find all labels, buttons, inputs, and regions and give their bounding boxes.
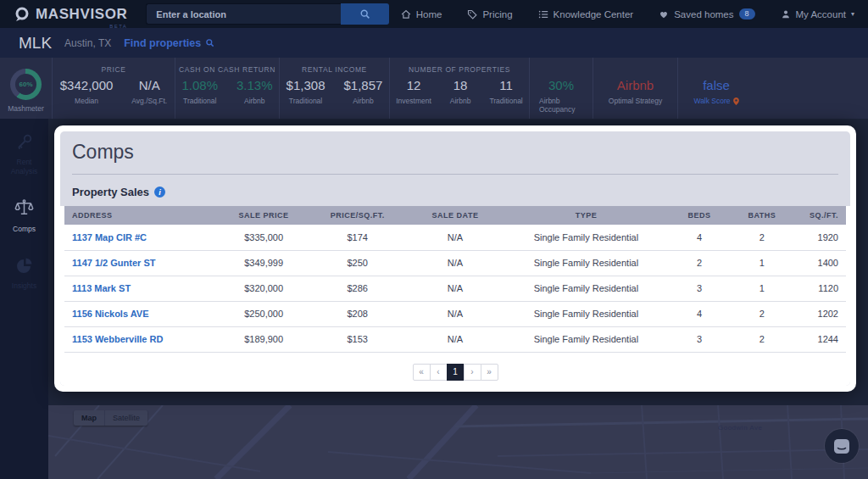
cell-price-sqft: $250 (307, 250, 409, 276)
map-canvas[interactable]: Goodwin Ave Map Satellite (48, 405, 868, 479)
search-button[interactable] (341, 3, 389, 25)
nav-label: Home (416, 9, 442, 19)
stat-label: Airbnb (450, 97, 471, 105)
cell-sale-date: N/A (409, 250, 503, 276)
stat-item: 18 Airbnb (441, 78, 481, 105)
cell-type: Single Family Residential (502, 276, 670, 301)
stat-value: 11 (499, 78, 513, 92)
stat-group-number-of-properties: NUMBER OF PROPERTIES 12 Investment 18 Ai… (390, 58, 530, 119)
sidebar-item-comps[interactable]: Comps (3, 198, 46, 234)
find-properties-label: Find properties (124, 37, 201, 49)
address-link[interactable]: 1137 Map CIR #C (72, 232, 147, 242)
stat-label: Traditional (289, 97, 322, 105)
nav-label: Pricing (482, 9, 512, 19)
stat-item: N/A Avg./Sq.Ft. (122, 78, 176, 105)
stat-label: Traditional (489, 97, 522, 105)
stat-item: 12 Investment (387, 78, 441, 105)
stat-label: Walk Score (693, 97, 738, 105)
stat-item: 11 Traditional (480, 78, 531, 105)
sidebar-item-insights[interactable]: Insights (3, 256, 46, 291)
key-icon (15, 132, 34, 151)
nav-item-knowledge-center[interactable]: Knowledge Center (538, 9, 634, 19)
pagination-first-button[interactable]: « (413, 364, 431, 381)
stat-value: Airbnb (617, 78, 654, 92)
sidebar-item-rent-analysis[interactable]: Rent Analysis (3, 132, 46, 176)
cell-price-sqft: $153 (307, 326, 409, 352)
stat-airbnb-occupancy: 30% Airbnb Occupancy (530, 58, 593, 119)
cell-sale-price: $189,900 (220, 326, 306, 352)
satellite-button[interactable]: Satellite (105, 410, 147, 426)
stat-item: $342,000 Median (51, 78, 123, 105)
address-link[interactable]: 1156 Nickols AVE (72, 309, 149, 319)
stat-group-title: PRICE (102, 65, 126, 75)
heart-icon (659, 9, 669, 19)
cell-baths: 2 (729, 225, 795, 250)
cell-beds: 4 (670, 225, 729, 250)
cell-type: Single Family Residential (502, 326, 670, 352)
mashmeter-value: 60% (15, 74, 36, 95)
stat-label: Optimal Strategy (609, 97, 662, 105)
section-title: Property Sales (72, 186, 149, 198)
knowledge-center-icon (538, 9, 548, 19)
stat-value: false (703, 78, 730, 92)
chat-launcher-button[interactable] (825, 429, 859, 463)
cell-sale-date: N/A (409, 326, 503, 352)
cell-sale-date: N/A (409, 276, 503, 301)
stat-value: N/A (139, 78, 160, 92)
stat-value: 18 (453, 78, 468, 92)
mashvisor-logo[interactable]: MASHVISOR BETA (14, 6, 127, 23)
cell-baths: 1 (729, 276, 795, 301)
find-properties-link[interactable]: Find properties (124, 37, 214, 49)
nav-item-my-account[interactable]: My Account ▾ (781, 9, 854, 19)
address-link[interactable]: 1147 1/2 Gunter ST (72, 258, 155, 268)
comps-modal: Comps Property Sales i ADDRESS SALE PRI (54, 125, 856, 392)
pagination-last-button[interactable]: » (481, 364, 498, 381)
pagination-page-1-button[interactable]: 1 (447, 364, 465, 381)
table-row: 1113 Mark ST $320,000 $286 N/A Single Fa… (64, 276, 846, 301)
pagination-prev-button[interactable]: ‹ (430, 364, 448, 381)
chevron-down-icon: ▾ (851, 10, 854, 18)
stat-label: Median (75, 97, 98, 105)
location-search-input[interactable] (146, 3, 341, 25)
nav-item-pricing[interactable]: Pricing (467, 9, 512, 19)
pagination-next-button[interactable]: › (464, 364, 481, 381)
brand-name: MASHVISOR (36, 6, 127, 23)
logo-pin-icon (14, 6, 31, 23)
cell-sqft: 1120 (795, 276, 846, 301)
stat-item: false Walk Score (684, 78, 748, 105)
mashmeter-gauge: 60% Mashmeter (0, 58, 53, 119)
column-header-beds: BEDS (670, 206, 729, 225)
walk-score-label: Walk Score (693, 97, 730, 105)
comps-modal-header: Comps Property Sales i (60, 131, 850, 206)
map-type-control: Map Satellite (74, 410, 147, 426)
modal-title: Comps (72, 141, 838, 175)
cell-sqft: 1920 (795, 225, 846, 250)
nav-label: Saved homes (674, 9, 733, 19)
search-icon (205, 38, 214, 47)
table-row: 1153 Webberville RD $189,900 $153 N/A Si… (64, 326, 846, 352)
scales-icon (14, 198, 34, 218)
cell-beds: 3 (670, 276, 729, 301)
stat-value: $1,308 (287, 78, 326, 92)
info-icon[interactable]: i (154, 187, 165, 198)
address-link[interactable]: 1153 Webberville RD (72, 334, 163, 344)
stat-group-cash-on-cash: CASH ON CASH RETURN 1.08% Traditional 3.… (175, 58, 280, 119)
location-search (146, 3, 389, 25)
comps-modal-body: Comps Property Sales i ADDRESS SALE PRI (60, 131, 850, 386)
column-header-type: TYPE (502, 206, 670, 225)
page-title: MLK (19, 34, 52, 53)
stat-label: Investment (396, 97, 431, 105)
map-roads (48, 405, 868, 479)
pagination: « ‹ 1 › » (64, 364, 846, 381)
app-screen: MASHVISOR BETA Home (0, 0, 868, 479)
nav-item-saved-homes[interactable]: Saved homes 8 (659, 8, 754, 19)
cell-sale-price: $349,999 (220, 250, 306, 276)
cell-price-sqft: $174 (307, 225, 409, 250)
address-link[interactable]: 1113 Mark ST (72, 283, 131, 293)
nav-item-home[interactable]: Home (401, 9, 442, 19)
column-header-address: ADDRESS (64, 206, 220, 225)
user-icon (781, 9, 791, 19)
map-button[interactable]: Map (74, 410, 104, 426)
stat-item: Airbnb Optimal Strategy (599, 78, 671, 105)
stat-label: Airbnb (353, 97, 374, 105)
